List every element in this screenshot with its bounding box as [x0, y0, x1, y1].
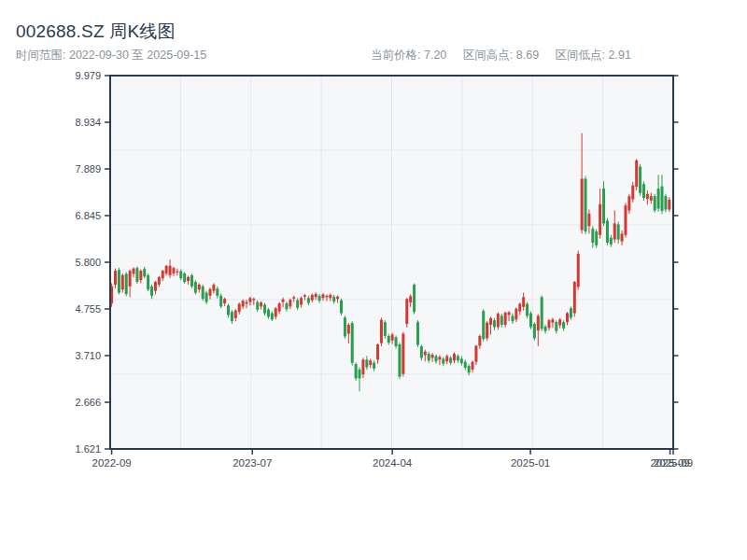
candle-up: [238, 304, 241, 313]
candle-up: [453, 354, 456, 360]
y-tick-label: 6.845: [75, 210, 101, 221]
candle-up: [162, 271, 164, 278]
candle-up: [187, 277, 190, 281]
candle-down: [373, 363, 375, 369]
candle-up: [478, 336, 481, 346]
candle-down: [464, 362, 467, 368]
candle-down: [125, 273, 128, 294]
x-tick-label: 2023-07: [233, 457, 272, 469]
candle-up: [282, 300, 285, 302]
x-tick-label: 2022-09: [92, 457, 131, 469]
candle-down: [468, 366, 471, 372]
candle-up: [242, 301, 245, 306]
candle-down: [617, 224, 620, 239]
candle-down: [657, 189, 660, 209]
candle-up: [315, 294, 317, 297]
candle-up: [129, 271, 132, 287]
candle-down: [639, 167, 641, 193]
candle-down: [340, 301, 343, 314]
candle-up: [577, 254, 580, 287]
candle-down: [216, 288, 218, 296]
candle-down: [664, 196, 667, 209]
candle-up: [474, 345, 477, 361]
y-tick-label: 8.934: [75, 117, 101, 128]
candle-up: [635, 161, 638, 187]
candle-down: [570, 308, 572, 317]
candle-up: [376, 344, 379, 359]
candle-up: [668, 200, 670, 210]
candle-up: [587, 214, 590, 226]
candle-up: [402, 334, 404, 374]
candle-down: [482, 311, 485, 339]
candle-up: [234, 311, 237, 318]
candle-up: [158, 277, 161, 285]
candle-down: [449, 357, 452, 362]
candle-down: [388, 336, 390, 343]
y-tick-label: 2.666: [75, 397, 101, 408]
candle-up: [409, 296, 412, 302]
candle-up: [260, 302, 262, 306]
candle-up: [573, 282, 576, 314]
candle-up: [514, 309, 517, 319]
candle-down: [147, 275, 149, 289]
candle-down: [585, 179, 587, 231]
x-axis: 2022-092023-072024-042025-012025-092025-…: [92, 450, 693, 469]
candle-down: [395, 337, 398, 346]
candle-up: [154, 282, 157, 291]
candle-down: [256, 302, 259, 310]
y-tick-label: 5.800: [75, 257, 101, 268]
candle-down: [285, 303, 288, 309]
candle-up: [292, 297, 295, 298]
candle-up: [114, 271, 117, 285]
candle-down: [434, 357, 437, 362]
candle-down: [654, 196, 656, 210]
candle-up: [172, 268, 175, 273]
candle-down: [511, 315, 514, 321]
candle-down: [413, 285, 416, 312]
candle-up: [627, 196, 630, 210]
candle-up: [321, 294, 324, 298]
candle-down: [428, 354, 430, 360]
candle-down: [179, 272, 182, 279]
candle-up: [329, 295, 331, 298]
y-tick-label: 3.710: [75, 350, 101, 361]
candle-down: [420, 346, 423, 357]
candle-up: [581, 179, 584, 231]
y-tick-label: 4.755: [75, 303, 101, 315]
candle-down: [606, 220, 609, 242]
candle-up: [133, 269, 135, 274]
candle-up: [522, 297, 525, 307]
candle-down: [150, 287, 153, 296]
candle-down: [533, 324, 536, 338]
candle-down: [602, 189, 605, 223]
candle-up: [489, 318, 492, 325]
candle-down: [194, 282, 197, 292]
candle-up: [631, 186, 634, 200]
candle-up: [361, 359, 364, 374]
candle-down: [332, 297, 335, 301]
candle-up: [547, 320, 550, 328]
candle-up: [624, 205, 627, 235]
candle-down: [231, 312, 233, 321]
candle-down: [351, 323, 354, 363]
candle-down: [118, 270, 120, 292]
candle-up: [650, 196, 653, 201]
candle-down: [562, 322, 565, 329]
candle-down: [610, 238, 613, 245]
candle-down: [355, 364, 358, 378]
candle-up: [558, 319, 561, 325]
kline-chart: 9.9798.9347.8896.8455.8004.7553.7102.666…: [0, 0, 747, 560]
candle-up: [646, 194, 649, 199]
candle-down: [493, 320, 496, 327]
candle-up: [497, 314, 500, 327]
candle-up: [424, 352, 427, 356]
candle-up: [121, 275, 124, 289]
candle-down: [460, 358, 463, 363]
candle-down: [660, 187, 663, 211]
candle-up: [198, 285, 201, 289]
candle-up: [165, 266, 168, 273]
candle-up: [212, 285, 215, 291]
candle-down: [416, 322, 419, 344]
kline-window: 002688.SZ 周K线图 时间范围: 2022-09-30 至 2025-0…: [0, 0, 747, 560]
candle-up: [613, 223, 616, 239]
